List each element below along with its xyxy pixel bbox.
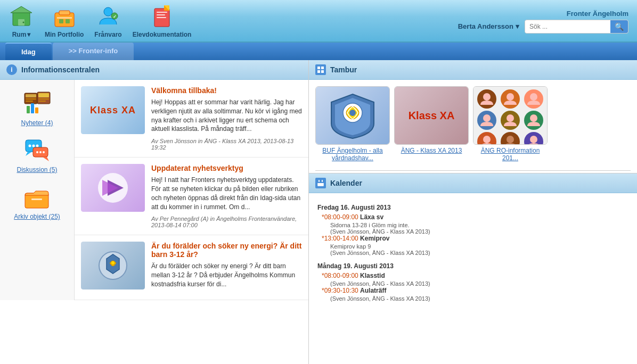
tab-idag[interactable]: Idag <box>5 43 52 60</box>
calendar-event: *08:00-09:00 Klasstid <box>317 272 628 279</box>
svg-marker-35 <box>43 157 49 161</box>
svg-rect-5 <box>59 11 70 15</box>
event-time: *13:00-14:00 <box>322 235 358 242</box>
svg-marker-1 <box>11 6 32 13</box>
svg-point-31 <box>28 145 31 147</box>
svg-point-32 <box>32 145 35 147</box>
news-thumbnail-3 <box>81 242 145 289</box>
nav-icons: Rum ▾ Min Portfolio <box>9 4 191 38</box>
news-meta-2: Av Per Pennegård (A) in Ängelholms Front… <box>151 216 302 228</box>
svg-rect-26 <box>27 106 30 113</box>
tambur-header: Tambur <box>309 60 637 80</box>
svg-rect-40 <box>31 198 42 200</box>
svg-rect-21 <box>26 101 33 102</box>
news-title-3[interactable]: Är du förälder och söker ny energi? Är d… <box>151 242 302 259</box>
tambur-card-ro[interactable]: ÄNG RO-information 201... <box>473 86 548 162</box>
diskussion-icon <box>22 135 52 165</box>
rum-icon <box>9 4 34 30</box>
nav-item-portfolio[interactable]: Min Portfolio <box>45 4 84 38</box>
svg-point-65 <box>483 136 491 143</box>
tambur-header-icon <box>315 64 326 75</box>
svg-rect-14 <box>157 14 165 15</box>
left-content: Nyheter (4) <box>0 80 308 300</box>
tambur-title: Tambur <box>330 65 357 74</box>
user-name: Berta Andersson <box>458 22 513 30</box>
sidebar-item-diskussion[interactable]: Diskussion (5) <box>17 135 57 173</box>
svg-rect-71 <box>317 181 324 183</box>
news-content-3: Är du förälder och söker ny energi? Är d… <box>151 242 302 293</box>
tambur-card-img-klass: Klass XA <box>394 86 469 145</box>
svg-rect-47 <box>321 67 324 69</box>
event-detail: (Sven Jönsson, ÄNG - Klass XA 2013) <box>317 250 628 256</box>
event-detail: (Sven Jönsson, ÄNG - Klass XA 2013) <box>317 228 628 235</box>
svg-rect-27 <box>31 103 34 113</box>
event-detail: (Sven Jönsson, ÄNG - Klass XA 2013) <box>317 295 628 302</box>
svg-point-67 <box>507 136 514 143</box>
svg-point-55 <box>507 93 514 101</box>
svg-rect-73 <box>322 180 323 182</box>
event-time: *08:00-09:00 <box>322 272 358 279</box>
nav-item-rum[interactable]: Rum ▾ <box>9 4 34 38</box>
nyheter-icon <box>22 88 52 118</box>
user-dropdown-icon: ▾ <box>516 22 519 30</box>
svg-rect-72 <box>318 180 320 182</box>
svg-point-9 <box>104 7 112 16</box>
diskussion-label: Diskussion (5) <box>17 166 57 173</box>
nav-label-franvaro: Frånvaro <box>94 31 121 38</box>
tambur-card-buf[interactable]: BUF Ängelholm - alla vårdnadshav... <box>315 86 390 162</box>
elevdok-icon <box>149 4 175 30</box>
tambur-card-label-klass: ÄNG - Klass XA 2013 <box>401 147 462 154</box>
calendar-day-2: Måndag 19. Augusti 2013 <box>317 262 628 270</box>
calendar-title: Kalender <box>330 179 362 187</box>
event-detail: Sidorna 13-28 i Glöm mig inte. <box>317 222 628 228</box>
header: Rum ▾ Min Portfolio <box>0 0 637 43</box>
tambur-card-klass[interactable]: Klass XA ÄNG - Klass XA 2013 <box>394 86 469 162</box>
svg-rect-7 <box>59 19 63 23</box>
svg-rect-24 <box>38 98 49 100</box>
svg-point-57 <box>530 93 537 101</box>
svg-rect-46 <box>317 67 320 69</box>
svg-rect-49 <box>321 70 324 73</box>
svg-rect-8 <box>66 19 70 23</box>
sidebar-item-nyheter[interactable]: Nyheter (4) <box>21 88 53 127</box>
svg-rect-20 <box>26 98 36 100</box>
search-box: 🔍 <box>525 20 628 34</box>
news-thumbnail-2 <box>81 164 145 212</box>
nav-label-elevdok: Elevdokumentation <box>133 31 192 38</box>
calendar-header: Kalender <box>309 173 637 193</box>
search-input[interactable] <box>525 21 610 32</box>
news-body-1: Hej! Hoppas att er sommar har varit härl… <box>151 98 302 134</box>
svg-rect-23 <box>38 93 49 97</box>
event-detail: Kemiprov kap 9 <box>317 243 628 250</box>
svg-rect-15 <box>157 17 166 18</box>
svg-point-51 <box>349 110 356 116</box>
left-sidebar: Nyheter (4) <box>0 80 75 300</box>
nav-label-rum: Rum ▾ <box>12 31 31 38</box>
svg-point-69 <box>530 136 537 143</box>
portfolio-icon <box>52 4 77 30</box>
arkiv-label: Arkiv objekt (25) <box>14 213 60 220</box>
nav-item-franvaro[interactable]: ✓ Frånvaro <box>94 4 121 38</box>
right-panel: Tambur <box>309 60 637 364</box>
svg-text:✓: ✓ <box>113 14 117 19</box>
svg-point-53 <box>483 93 491 101</box>
tambur-card-img-ro <box>473 86 548 145</box>
nyheter-label: Nyheter (4) <box>21 119 53 127</box>
tab-fronter-info[interactable]: >> Fronter-info <box>53 43 134 60</box>
news-body-2: Hej! I natt har Fronters nyhetsverktyg u… <box>151 176 302 211</box>
tambur-card-label-buf: BUF Ängelholm - alla vårdnadshav... <box>315 147 390 162</box>
news-title-2[interactable]: Uppdaterat nyhetsverktyg <box>151 164 302 172</box>
news-title-1[interactable]: Välkomna tillbaka! <box>151 86 302 95</box>
svg-rect-13 <box>157 12 167 13</box>
event-time: *09:30-10:30 <box>322 287 358 294</box>
sidebar-item-arkiv[interactable]: Arkiv objekt (25) <box>14 182 60 220</box>
search-button[interactable]: 🔍 <box>610 20 628 33</box>
news-content-2: Uppdaterat nyhetsverktyg Hej! I natt har… <box>151 164 302 228</box>
svg-point-38 <box>43 151 45 153</box>
svg-point-37 <box>39 151 42 153</box>
nav-item-elevdok[interactable]: Elevdokumentation <box>133 4 192 38</box>
user-button[interactable]: Berta Andersson ▾ <box>458 22 519 30</box>
app-title: Fronter Ängelholm <box>567 10 628 18</box>
svg-point-33 <box>36 145 38 147</box>
left-panel-header: i Informationscentralen <box>0 60 308 80</box>
